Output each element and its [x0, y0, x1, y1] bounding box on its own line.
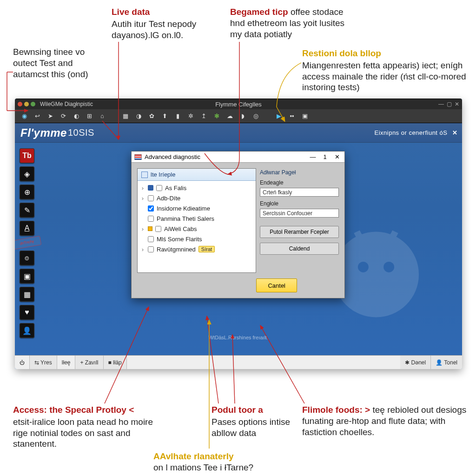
- tree-row[interactable]: ›Adb-Díte: [140, 193, 253, 203]
- toolbar-back-icon[interactable]: ↩: [32, 111, 43, 121]
- rail-stamp: dnTnchy: [15, 236, 41, 250]
- toolbar: ◉ ↩ ➤ ⟳ ◐ ⊞ ⌂ ▦ ◑ ✿ ⬆ ▮ ✲ ↥ ✻ ☁ ◗ ◎ ▶ ▪▪…: [15, 109, 462, 123]
- caldend-button[interactable]: Caldend: [260, 243, 339, 255]
- dialog-titlebar: Advanced diagnostic — 1 ✕: [132, 152, 344, 163]
- tree-item-label: Mlś Sorne Flarits: [157, 236, 202, 243]
- toolbar-screen-icon[interactable]: ▣: [299, 111, 311, 121]
- tree-row[interactable]: Panmina Theti Salers: [140, 213, 253, 224]
- side-field-2[interactable]: Serclssin Confouзer: [260, 209, 339, 218]
- rail-btn-tb[interactable]: Tb: [20, 148, 34, 163]
- dialog-title: Advanced diagnostic: [145, 153, 200, 160]
- tree-caret-icon: ›: [140, 195, 145, 202]
- rail-btn-edit-icon[interactable]: ✎: [20, 203, 34, 218]
- traffic-max-icon[interactable]: [31, 102, 35, 106]
- rail-btn-grid-icon[interactable]: ▦: [20, 287, 34, 302]
- status-seg-yres[interactable]: ⇆ Yres: [30, 356, 57, 369]
- toolbar-sync-icon[interactable]: ⟳: [58, 111, 69, 121]
- annotation-3-title: Begamed ticp: [230, 7, 288, 17]
- status-seg-power-icon[interactable]: ⏻: [15, 356, 30, 369]
- brand-notice-close-icon[interactable]: ✕: [452, 129, 458, 136]
- annotation-1: Bewnsing tinee vo outect Test and autamc…: [13, 46, 106, 79]
- tree-checkbox[interactable]: [148, 246, 154, 252]
- toolbar-folder-icon[interactable]: ▮: [172, 111, 183, 121]
- dialog-tree-panel: lte Iríeple ›As Falis›Adb-DíteInsidorne …: [137, 168, 256, 273]
- toolbar-play-icon[interactable]: ▶: [273, 111, 284, 121]
- toolbar-burst-icon[interactable]: ✲: [185, 111, 196, 121]
- rail-btn-target-icon[interactable]: ⌾: [20, 251, 34, 265]
- workspace: Tb ◈ ⊕ ✎ A dnTnchy ⌾ ▣ ▦ ♥ 👤 Advanced di…: [15, 143, 462, 355]
- toolbar-send-icon[interactable]: ↥: [198, 111, 209, 121]
- toolbar-cloud-icon[interactable]: ☁: [224, 111, 235, 121]
- tree-item-chip: Sírat: [198, 246, 215, 252]
- toolbar-refresh-icon[interactable]: ◐: [71, 111, 82, 121]
- toolbar-fwd-icon[interactable]: ➤: [45, 111, 56, 121]
- annotation-4-title: Restioni dola bllop: [302, 48, 469, 59]
- dialog-tree-header[interactable]: lte Iríeple: [138, 169, 256, 181]
- cancel-button[interactable]: Cantel: [256, 278, 297, 292]
- tree-checkbox[interactable]: [148, 236, 154, 242]
- rail-btn-user-icon[interactable]: 👤: [20, 323, 34, 338]
- tree-checkbox[interactable]: [148, 205, 154, 212]
- status-seg-lap[interactable]: ■ lłäp: [104, 356, 127, 369]
- toolbar-pause-icon[interactable]: ▪▪: [286, 111, 298, 121]
- side-field-1[interactable]: Crteń fkasly: [260, 188, 339, 197]
- brand-light: 10SIS: [68, 127, 94, 138]
- toolbar-home-icon[interactable]: ⌂: [97, 111, 108, 121]
- max-icon[interactable]: ▢: [447, 101, 452, 107]
- svg-point-1: [358, 262, 369, 272]
- dialog-min-icon[interactable]: —: [308, 153, 317, 160]
- window-title-center: Flymme Cifeglles: [215, 101, 262, 108]
- tree-row[interactable]: ›As Falis: [140, 183, 253, 193]
- dialog-body: lte Iríeple ›As Falis›Adb-DíteInsidorne …: [132, 163, 344, 278]
- tree-item-label: AiWeli Cabs: [164, 225, 197, 232]
- toolbar-globe-icon[interactable]: ◉: [19, 111, 30, 121]
- traffic-min-icon[interactable]: [24, 102, 29, 106]
- window-controls: — ▢ ✕: [438, 101, 459, 107]
- rail-btn-heart-icon[interactable]: ♥: [20, 305, 34, 320]
- put-remember-button[interactable]: Putol Reramber Fcepler: [260, 226, 339, 238]
- annotation-6: Podul toor a Pases options intise abllow…: [212, 404, 295, 438]
- annotation-2: Live data Autih itur Test nepody dayanos…: [112, 7, 228, 40]
- tree-row[interactable]: Mlś Sorne Flarits: [140, 234, 253, 244]
- traffic-close-icon[interactable]: [18, 102, 22, 106]
- dialog-close-icon[interactable]: ✕: [332, 153, 342, 160]
- toolbar-leaf-icon[interactable]: ✻: [211, 111, 222, 121]
- tree-row[interactable]: ›AiWeli Cabs: [140, 224, 253, 234]
- annotation-8-title: Flimole foods: >: [302, 405, 370, 415]
- tree-checkbox[interactable]: [148, 216, 154, 222]
- status-seg-zavil[interactable]: + Zavıll: [75, 356, 103, 369]
- brand-notice: Eixnipns or cenerfiunt óS ✕: [374, 129, 457, 136]
- svg-point-2: [383, 262, 394, 272]
- toolbar-grid-icon[interactable]: ▦: [120, 111, 131, 121]
- annotation-5-title: Access: the Specal Protloy <: [13, 404, 162, 416]
- toolbar-disc-icon[interactable]: ◎: [250, 111, 261, 121]
- dialog-side-panel: Adłwnar Pageł Endeagle Crteń fkasly Engł…: [260, 168, 339, 273]
- toolbar-tag-icon[interactable]: ◗: [237, 111, 248, 121]
- rail-btn-panel-icon[interactable]: ▣: [20, 269, 34, 284]
- status-seg-tonel[interactable]: 👤 Tonel: [431, 356, 462, 369]
- rail-btn-diamond-icon[interactable]: ◈: [20, 166, 34, 181]
- min-icon[interactable]: —: [438, 101, 444, 107]
- annotation-2-title: Live data: [112, 7, 228, 18]
- rail-btn-add-icon[interactable]: ⊕: [20, 185, 34, 199]
- annotation-7-title: AAvlhate rlanaterly: [153, 451, 233, 461]
- side-label-1: Endeagle: [260, 179, 339, 186]
- tree-item-label: Panmina Theti Salers: [157, 215, 214, 222]
- annotation-5-body: etsit-iralice loon pata nead ho moire ri…: [13, 417, 153, 449]
- tree-row[interactable]: ›RavütgmninedSírat: [140, 244, 253, 254]
- toolbar-bulb-icon[interactable]: ◑: [133, 111, 144, 121]
- tree-row[interactable]: Insidorne Kdieatime: [140, 203, 253, 213]
- toolbar-gear-icon[interactable]: ✿: [146, 111, 157, 121]
- close-icon[interactable]: ✕: [455, 101, 459, 107]
- toolbar-upload-icon[interactable]: ⬆: [159, 111, 170, 121]
- status-seg-donel[interactable]: ✱ Dənel: [400, 356, 431, 369]
- annotation-5: Access: the Specal Protloy < etsit-irali…: [13, 404, 162, 450]
- toolbar-windows-icon[interactable]: ⊞: [84, 111, 95, 121]
- tree-checkbox[interactable]: [155, 226, 161, 232]
- left-rail: Tb ◈ ⊕ ✎ A dnTnchy ⌾ ▣ ▦ ♥ 👤: [20, 148, 41, 338]
- status-seg-lle[interactable]: lłeę: [57, 356, 76, 369]
- tree-checkbox[interactable]: [148, 195, 154, 201]
- tree-checkbox[interactable]: [156, 185, 162, 191]
- rail-btn-text-icon[interactable]: A: [20, 221, 34, 236]
- statusbar: ⏻ ⇆ Yres lłeę + Zavıll ■ lłäp ✱ Dənel 👤 …: [15, 355, 462, 369]
